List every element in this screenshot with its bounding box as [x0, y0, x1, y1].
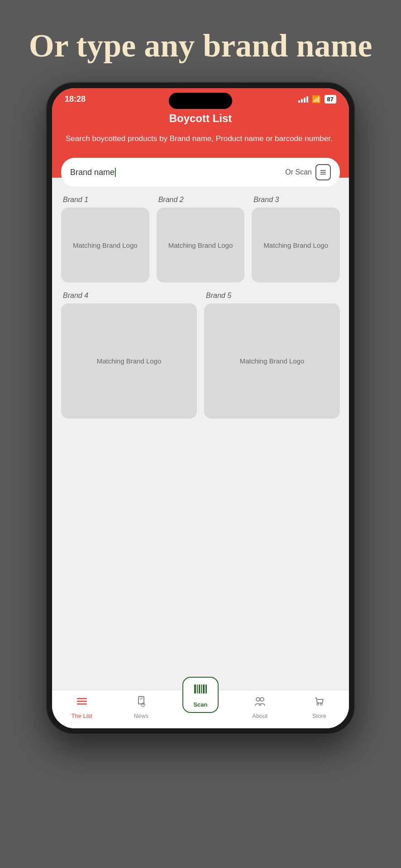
- scan-fab-icon: [193, 682, 208, 699]
- svg-rect-4: [203, 684, 205, 693]
- nav-item-store[interactable]: Store: [290, 695, 349, 719]
- brand-item-1[interactable]: Brand 1 Matching Brand Logo: [61, 196, 149, 282]
- phone-device: 18:28 📶 87 Boycott List Search boycotted…: [47, 83, 354, 734]
- search-input-area[interactable]: Brand name: [70, 168, 285, 177]
- nav-item-the-list[interactable]: The List: [52, 695, 111, 719]
- svg-point-12: [317, 703, 319, 705]
- news-icon: [135, 695, 148, 711]
- store-icon: [313, 695, 325, 711]
- svg-rect-8: [77, 703, 87, 705]
- app-title: Boycott List: [66, 112, 335, 133]
- status-time: 18:28: [65, 94, 86, 104]
- brand-3-label: Brand 3: [252, 196, 340, 204]
- about-icon: [253, 695, 266, 711]
- wifi-icon: 📶: [312, 95, 321, 104]
- brand-2-logo-text: Matching Brand Logo: [168, 241, 233, 250]
- app-header: Boycott List Search boycotted products b…: [52, 108, 349, 158]
- brands-row-2: Brand 4 Matching Brand Logo Brand 5 Matc…: [61, 292, 340, 419]
- brand-4-logo-text: Matching Brand Logo: [97, 356, 162, 366]
- page-background-title: Or type any brand name: [2, 0, 400, 83]
- brand-1-logo[interactable]: Matching Brand Logo: [61, 208, 149, 282]
- brand-item-3[interactable]: Brand 3 Matching Brand Logo: [252, 196, 340, 282]
- svg-rect-0: [194, 684, 196, 693]
- brand-item-2[interactable]: Brand 2 Matching Brand Logo: [157, 196, 245, 282]
- brand-item-4[interactable]: Brand 4 Matching Brand Logo: [61, 292, 197, 419]
- brand-5-label: Brand 5: [204, 292, 340, 300]
- dynamic-island: [169, 93, 232, 109]
- svg-rect-6: [77, 698, 87, 699]
- svg-rect-7: [77, 701, 87, 702]
- scan-fab[interactable]: Scan: [182, 677, 219, 713]
- svg-point-13: [320, 703, 322, 705]
- svg-rect-2: [199, 684, 200, 693]
- brand-2-logo[interactable]: Matching Brand Logo: [157, 208, 245, 282]
- scan-fab-label: Scan: [193, 701, 207, 708]
- bottom-nav: Scan The List: [52, 690, 349, 728]
- nav-label-the-list: The List: [71, 712, 92, 719]
- brand-3-logo[interactable]: Matching Brand Logo: [252, 208, 340, 282]
- barcode-icon: ≡: [315, 164, 331, 180]
- status-icons: 📶 87: [298, 95, 336, 104]
- phone-screen: 18:28 📶 87 Boycott List Search boycotted…: [52, 88, 349, 728]
- search-bar[interactable]: Brand name Or Scan ≡: [61, 158, 340, 187]
- the-list-icon: [76, 695, 88, 711]
- brand-5-logo[interactable]: Matching Brand Logo: [204, 303, 340, 419]
- brand-2-label: Brand 2: [157, 196, 245, 204]
- brand-4-label: Brand 4: [61, 292, 197, 300]
- brand-item-5[interactable]: Brand 5 Matching Brand Logo: [204, 292, 340, 419]
- search-input-text: Brand name: [70, 168, 115, 177]
- nav-label-store: Store: [312, 712, 326, 719]
- svg-point-10: [256, 698, 260, 701]
- brands-grid: Brand 1 Matching Brand Logo Brand 2 Matc…: [61, 196, 340, 418]
- nav-label-news: News: [134, 712, 149, 719]
- battery-badge: 87: [325, 95, 336, 104]
- scan-label: Or Scan: [285, 168, 312, 176]
- search-description: Search boycotted products by Brand name,…: [66, 133, 335, 158]
- brand-5-logo-text: Matching Brand Logo: [240, 356, 305, 366]
- signal-icon: [298, 95, 308, 103]
- brand-1-label: Brand 1: [61, 196, 149, 204]
- brand-3-logo-text: Matching Brand Logo: [263, 241, 328, 250]
- text-cursor: [115, 168, 116, 177]
- search-container: Brand name Or Scan ≡: [52, 158, 349, 178]
- scan-button[interactable]: Or Scan ≡: [285, 164, 331, 180]
- nav-label-about: About: [252, 712, 267, 719]
- brand-1-logo-text: Matching Brand Logo: [73, 241, 138, 250]
- svg-point-11: [260, 698, 264, 701]
- svg-rect-5: [205, 684, 207, 693]
- nav-item-about[interactable]: About: [230, 695, 290, 719]
- svg-rect-3: [201, 684, 202, 693]
- svg-rect-1: [197, 684, 198, 693]
- brand-4-logo[interactable]: Matching Brand Logo: [61, 303, 197, 419]
- main-content: Brand 1 Matching Brand Logo Brand 2 Matc…: [52, 178, 349, 690]
- brands-row-1: Brand 1 Matching Brand Logo Brand 2 Matc…: [61, 196, 340, 282]
- nav-item-news[interactable]: News: [111, 695, 171, 719]
